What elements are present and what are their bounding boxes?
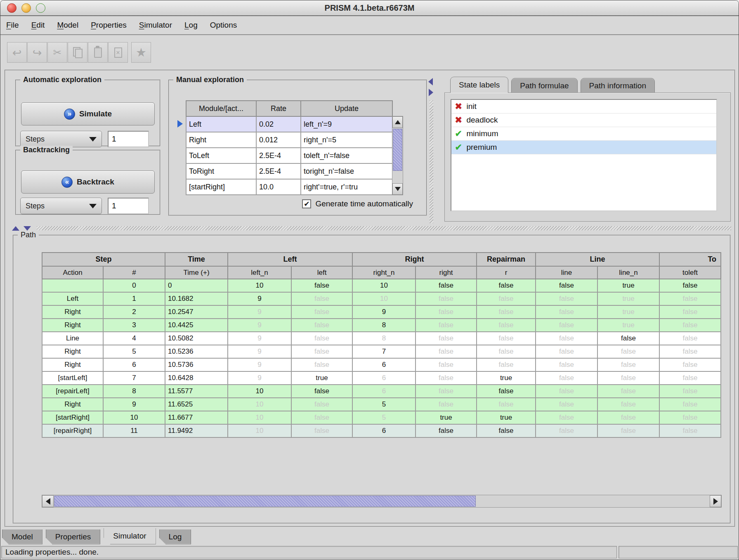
- main-tab-properties[interactable]: Properties: [46, 529, 101, 544]
- undo-button[interactable]: ↩: [7, 42, 27, 63]
- status-bar: Loading properties... done.: [0, 545, 739, 559]
- main-tab-bar: ModelPropertiesSimulatorLog: [2, 528, 191, 544]
- scroll-left-button[interactable]: [42, 495, 54, 507]
- path-row-9[interactable]: Right911.652510false5falsefalsefalsefals…: [42, 398, 721, 411]
- paste-icon: [94, 47, 102, 58]
- manual-exploration-group: Manual exploration Module/[act...RateUpd…: [168, 80, 427, 216]
- generate-time-checkbox[interactable]: ✔: [302, 199, 311, 208]
- triangle-up-icon: [395, 120, 401, 124]
- simulate-steps-combo[interactable]: Steps: [20, 131, 102, 147]
- copy-button[interactable]: [68, 42, 87, 63]
- path-col-time: Time (+): [165, 266, 228, 279]
- menu-item-file[interactable]: File: [6, 21, 19, 30]
- path-row-10[interactable]: [startRight]1011.667710false5truetruefal…: [42, 411, 721, 424]
- main-tab-simulator[interactable]: Simulator: [104, 528, 156, 544]
- menu-item-edit[interactable]: Edit: [31, 21, 45, 30]
- chevron-down-icon: [89, 204, 97, 208]
- labels-tab-bar: State labelsPath formulaePath informatio…: [450, 77, 655, 93]
- tab-path-information[interactable]: Path information: [581, 78, 655, 93]
- path-row-2[interactable]: Right210.25479false9falsefalsefalsetruef…: [42, 305, 721, 319]
- manual-table-scrollbar[interactable]: [392, 116, 403, 195]
- collapse-down-icon[interactable]: [24, 226, 31, 231]
- backtrack-steps-value: 1: [112, 201, 116, 210]
- path-row-3[interactable]: Right310.44259false8falsefalsefalsetruef…: [42, 319, 721, 332]
- manual-row-right[interactable]: Right0.012right_n'=5: [186, 132, 392, 148]
- path-table-viewport: StepTimeLeftRightRepairmanLineToAction#T…: [42, 252, 723, 450]
- path-row-4[interactable]: Line410.50829false8falsefalsefalsefalsef…: [42, 332, 721, 345]
- status-secondary-cell: [619, 546, 738, 558]
- automatic-exploration-title: Automatic exploration: [20, 76, 104, 84]
- vertical-splitter[interactable]: [427, 76, 435, 223]
- close-button[interactable]: [7, 3, 17, 13]
- current-choice-arrow-icon: [177, 120, 183, 128]
- tab-state-labels[interactable]: State labels: [450, 77, 508, 93]
- main-tab-log[interactable]: Log: [159, 529, 191, 544]
- main-tab-model[interactable]: Model: [2, 529, 42, 544]
- redo-button[interactable]: ↪: [27, 42, 47, 63]
- minimize-button[interactable]: [21, 3, 31, 13]
- copy-icon: [73, 47, 83, 58]
- path-col-r: r: [477, 266, 536, 279]
- cut-button[interactable]: ✂: [47, 42, 67, 63]
- check-icon: ✔: [455, 128, 462, 139]
- menu-item-log[interactable]: Log: [184, 21, 198, 30]
- generate-time-row: ✔ Generate time automatically: [302, 199, 413, 208]
- path-row-6[interactable]: Right610.57369false6falsefalsefalsefalse…: [42, 358, 721, 371]
- manual-row-left[interactable]: Left0.02left_n'=9: [186, 116, 392, 132]
- path-row-11[interactable]: [repairRight]1111.949210false6falsefalse…: [42, 424, 721, 437]
- state-label-deadlock[interactable]: ✖deadlock: [451, 113, 716, 127]
- labels-pane: State labelsPath formulaePath informatio…: [438, 77, 733, 223]
- manual-row-toright[interactable]: ToRight2.5E-4toright_n'=false: [186, 163, 392, 179]
- path-col-line-n: line_n: [597, 266, 659, 279]
- zoom-button[interactable]: [36, 3, 45, 13]
- state-label-minimum[interactable]: ✔minimum: [451, 127, 716, 141]
- manual-exploration-table: Module/[act...RateUpdate Left0.02left_n'…: [186, 100, 393, 195]
- path-col-left: left: [291, 266, 352, 279]
- path-colgroup-left: Left: [228, 253, 352, 266]
- scroll-right-button[interactable]: [710, 495, 721, 507]
- menu-item-properties[interactable]: Properties: [91, 21, 127, 30]
- path-row-0[interactable]: 0010false10falsefalsefalsetruefalse: [42, 279, 721, 292]
- path-colgroup-time: Time: [165, 253, 228, 266]
- backtrack-button-label: Backtrack: [77, 177, 114, 187]
- path-row-8[interactable]: [repairLeft]811.557710false6falsefalsefa…: [42, 385, 721, 398]
- collapse-up-icon[interactable]: [12, 226, 19, 231]
- path-row-5[interactable]: Right510.52369false7falsefalsefalsefalse…: [42, 345, 721, 358]
- path-colgroup-line: Line: [536, 253, 659, 266]
- star-button[interactable]: ★: [131, 42, 151, 63]
- backtrack-steps-combo[interactable]: Steps: [20, 198, 102, 214]
- collapse-right-icon[interactable]: [429, 89, 433, 96]
- manual-row-toleft[interactable]: ToLeft2.5E-4toleft_n'=false: [186, 148, 392, 163]
- path-group: Path StepTimeLeftRightRepairmanLineToAct…: [13, 235, 731, 524]
- status-message-cell: Loading properties... done.: [1, 546, 617, 558]
- simulate-steps-field[interactable]: 1: [108, 131, 149, 147]
- collapse-left-icon[interactable]: [428, 78, 433, 85]
- tab-path-formulae[interactable]: Path formulae: [511, 78, 577, 93]
- scrollbar-thumb[interactable]: [393, 129, 402, 171]
- scroll-up-button[interactable]: [392, 116, 403, 128]
- checkmark-icon: ✔: [304, 200, 309, 208]
- backtrack-button[interactable]: « Backtrack: [21, 170, 155, 194]
- simulate-steps-combo-label: Steps: [26, 135, 45, 144]
- backtrack-steps-field[interactable]: 1: [108, 198, 149, 214]
- state-label-premium[interactable]: ✔premium: [451, 141, 716, 154]
- simulate-button[interactable]: » Simulate: [21, 102, 155, 125]
- scrollbar-thumb[interactable]: [54, 496, 476, 507]
- scroll-down-button[interactable]: [392, 183, 403, 195]
- delete-button[interactable]: [108, 42, 128, 63]
- menu-item-model[interactable]: Model: [57, 21, 78, 30]
- path-colgroup-repairman: Repairman: [477, 253, 536, 266]
- path-row-7[interactable]: [startLeft]710.64289true6falsetruefalsef…: [42, 371, 721, 385]
- path-col-: #: [103, 266, 165, 279]
- manual-row-startright[interactable]: [startRight]10.0right'=true, r'=tru: [186, 179, 392, 195]
- triangle-left-icon: [46, 498, 50, 505]
- horizontal-splitter[interactable]: [6, 225, 734, 232]
- menu-item-simulator[interactable]: Simulator: [139, 21, 172, 30]
- menu-item-options[interactable]: Options: [210, 21, 237, 30]
- path-colgroup-step: Step: [42, 253, 165, 266]
- paste-button[interactable]: [88, 42, 108, 63]
- title-bar: PRISM 4.1.beta.r6673M: [0, 0, 739, 16]
- path-horizontal-scrollbar[interactable]: [42, 495, 722, 508]
- path-row-1[interactable]: Left110.16829false10falsefalsefalsetruef…: [42, 292, 721, 305]
- state-label-init[interactable]: ✖init: [451, 100, 716, 113]
